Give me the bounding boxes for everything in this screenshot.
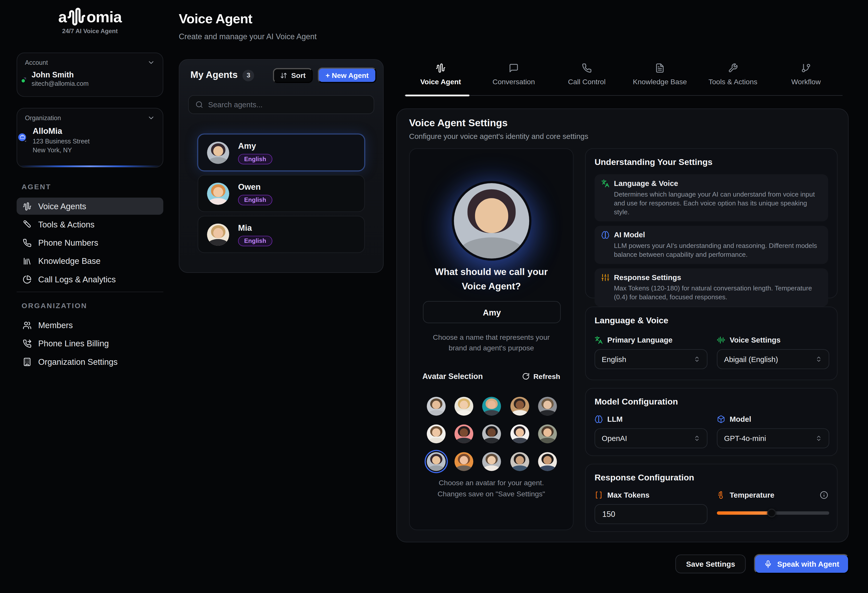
avatar-option-image (510, 397, 529, 415)
avatar-option-1[interactable] (422, 392, 450, 420)
organization-address: 123 Business Street New York, NY (32, 137, 90, 154)
temperature-slider-handle[interactable] (768, 509, 776, 517)
primary-language-select[interactable]: English (595, 349, 707, 369)
agent-list-item-owen[interactable]: OwenEnglish (198, 175, 365, 212)
tab-call-control[interactable]: Call Control (550, 61, 623, 95)
refresh-avatars-button[interactable]: Refresh (522, 372, 560, 381)
search-input[interactable] (208, 100, 367, 109)
pie-icon (23, 275, 32, 283)
question-line1: What should we call your (410, 265, 573, 280)
llm-select[interactable]: OpenAI (595, 428, 707, 448)
page-header: Voice Agent Create and manage your AI Vo… (179, 11, 317, 41)
tab-knowledge-base[interactable]: Knowledge Base (623, 61, 697, 95)
avatar-option-7[interactable] (450, 420, 478, 447)
chevrons-up-down-icon (815, 356, 822, 363)
avatar-option-4[interactable] (506, 392, 533, 420)
agent-list-item-mia[interactable]: MiaEnglish (198, 216, 365, 253)
sidebar-item-tools-actions[interactable]: Tools & Actions (17, 216, 164, 233)
avatar-option-9[interactable] (506, 420, 533, 447)
sort-button[interactable]: Sort (273, 68, 313, 83)
tab-label: Conversation (493, 77, 535, 86)
max-tokens-input[interactable] (595, 504, 707, 524)
organization-card[interactable]: Organization AlloMia 123 Business Street… (17, 108, 164, 168)
avatar-option-13[interactable] (478, 448, 506, 475)
app-root: a omia 24/7 AI Voice Agent Account John … (0, 0, 868, 593)
sidebar-item-phone-numbers[interactable]: Phone Numbers (17, 234, 164, 251)
sidebar-item-label: Call Logs & Analytics (38, 274, 116, 284)
sidebar-item-organization-settings[interactable]: Organization Settings (17, 353, 164, 370)
avatar-option-image (455, 452, 474, 471)
language-voice-title: Language & Voice (595, 316, 668, 325)
briefcase-icon (20, 134, 25, 140)
avatar-option-3[interactable] (478, 392, 506, 420)
account-name: John Smith (32, 70, 89, 79)
avatar-option-12[interactable] (450, 448, 478, 475)
save-settings-button[interactable]: Save Settings (676, 555, 746, 573)
brain-icon (601, 231, 610, 239)
avatar-option-5[interactable] (533, 392, 561, 420)
avatar-option-10[interactable] (533, 420, 561, 447)
organization-address-line1: 123 Business Street (32, 138, 90, 145)
speak-with-agent-button[interactable]: Speak with Agent (754, 554, 849, 574)
cube-icon (717, 415, 725, 423)
avatar-option-11[interactable] (422, 448, 450, 475)
sidebar-item-phone-lines-billing[interactable]: Phone Lines Billing (17, 335, 164, 352)
tab-tools-actions[interactable]: Tools & Actions (697, 61, 769, 95)
tab-workflow[interactable]: Workflow (769, 61, 843, 95)
avatar-option-image (455, 425, 474, 443)
avatar-option-14[interactable] (506, 448, 533, 475)
avatar-option-image (510, 452, 529, 471)
agent-search[interactable] (188, 95, 374, 114)
model-configuration-card: Model Configuration LLM OpenAI Model GPT… (585, 388, 838, 456)
temperature-label: Temperature (717, 491, 829, 499)
new-agent-button-label: + New Agent (325, 71, 369, 80)
temperature-slider[interactable] (717, 511, 829, 515)
max-tokens-label-text: Max Tokens (607, 491, 650, 499)
voice-settings-label: Voice Settings (717, 336, 829, 344)
language-badge: English (238, 236, 272, 246)
avatar-option-8[interactable] (478, 420, 506, 447)
avatar-option-2[interactable] (450, 392, 478, 420)
footer-actions: Save Settings Speak with Agent (676, 554, 849, 574)
avatar-option-15[interactable] (533, 448, 561, 475)
page-title: Voice Agent (179, 11, 317, 27)
phone-icon (23, 238, 32, 247)
sidebar-item-voice-agents[interactable]: Voice Agents (17, 198, 164, 215)
language-badge: English (238, 153, 272, 164)
languages-icon (601, 179, 610, 188)
understanding-items: Language & VoiceDetermines which languag… (595, 174, 828, 311)
account-card[interactable]: Account John Smith sitech@allomia.com (17, 53, 164, 97)
sidebar-item-call-logs-analytics[interactable]: Call Logs & Analytics (17, 271, 164, 288)
info-icon[interactable] (820, 491, 828, 499)
chevron-down-icon[interactable] (147, 59, 155, 66)
new-agent-button[interactable]: + New Agent (318, 68, 376, 83)
voice-settings-value: Abigail (English) (724, 355, 778, 363)
tab-label: Call Control (568, 77, 605, 86)
sidebar: a omia 24/7 AI Voice Agent Account John … (0, 0, 180, 593)
voice-settings-select[interactable]: Abigail (English) (717, 349, 829, 369)
avatar-option-image (482, 397, 501, 415)
nav-section-agent: AGENT (22, 183, 163, 191)
settings-title: Voice Agent Settings (409, 117, 508, 129)
sidebar-item-knowledge-base[interactable]: Knowledge Base (17, 252, 164, 270)
model-select[interactable]: GPT-4o-mini (717, 428, 829, 448)
settings-info-language-voice: Language & VoiceDetermines which languag… (595, 174, 828, 221)
tab-voice-agent[interactable]: Voice Agent (404, 61, 477, 95)
avatar-option-image (482, 425, 501, 443)
chevron-down-icon[interactable] (147, 114, 155, 122)
info-item-description: LLM powers your AI's understanding and r… (614, 241, 821, 259)
sidebar-item-members[interactable]: Members (17, 317, 164, 334)
avatar-option-image (455, 397, 474, 415)
avatar-option-image (427, 452, 446, 471)
avatar-option-6[interactable] (422, 420, 450, 447)
nav-section-organization: ORGANIZATION (22, 302, 163, 310)
language-voice-card: Language & Voice Primary Language Englis… (585, 307, 838, 380)
chevrons-up-down-icon (694, 356, 700, 363)
agent-name-hint: Choose a name that represents your brand… (410, 332, 573, 353)
info-item-description: Determines which language your AI can un… (614, 190, 821, 216)
understanding-settings-card: Understanding Your Settings Language & V… (585, 148, 838, 298)
tab-conversation[interactable]: Conversation (477, 61, 551, 95)
agent-name-input[interactable] (423, 301, 561, 323)
temperature-label-text: Temperature (729, 491, 774, 499)
agent-list-item-amy[interactable]: AmyEnglish (198, 134, 365, 171)
